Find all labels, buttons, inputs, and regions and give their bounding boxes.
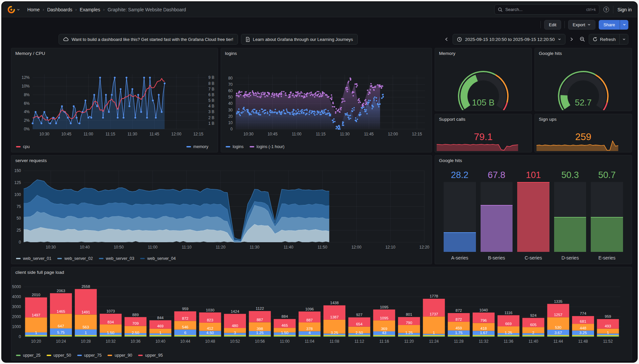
svg-text:12:15: 12:15: [193, 132, 203, 136]
legend-swatch: [16, 355, 21, 356]
svg-text:3.67: 3.67: [554, 331, 562, 335]
legend-item[interactable]: web_server_02: [57, 256, 93, 261]
panel-support-calls[interactable]: Support calls 79.1: [435, 114, 532, 152]
svg-text:2063: 2063: [57, 289, 65, 293]
share-button[interactable]: Share: [599, 20, 620, 30]
legend-item[interactable]: web_server_01: [16, 256, 51, 261]
legend-label: memory: [193, 144, 208, 149]
svg-text:10:56: 10:56: [255, 339, 265, 344]
svg-text:4%: 4%: [24, 109, 30, 114]
svg-text:2: 2: [532, 331, 534, 335]
panel-memory-cpu[interactable]: Memory / CPU 0%2%4%6%8%10%12%1 B2 B3 B4 …: [11, 48, 218, 152]
legend-item[interactable]: memory: [186, 144, 208, 149]
time-range-picker[interactable]: 2025-09-15 10:20:50 to 2025-09-15 12:20:…: [453, 34, 565, 45]
panel-title[interactable]: client side full page load: [15, 270, 64, 275]
bar-gauge: 28.2A-series67.8B-series101C-series50.3D…: [444, 170, 623, 261]
panel-title[interactable]: server requests: [15, 158, 47, 163]
svg-text:80: 80: [228, 76, 233, 81]
panel-title[interactable]: Memory / CPU: [15, 51, 45, 56]
legend-item[interactable]: web_server_04: [140, 256, 175, 261]
export-button[interactable]: Export: [568, 20, 596, 30]
bar-gauge-column[interactable]: 67.8B-series: [481, 170, 513, 261]
time-shift-forward-button[interactable]: [567, 34, 576, 44]
chevron-down-icon[interactable]: [17, 8, 20, 11]
grafana-cloud-banner[interactable]: Want to build a dashboard like this? Get…: [59, 34, 238, 45]
legend-item[interactable]: upper_90: [107, 353, 132, 358]
legend-item[interactable]: logins (-1 hour): [250, 144, 285, 149]
server-requests-chart[interactable]: 025507510012515010:3010:4010:5011:0011:1…: [11, 167, 432, 253]
share-dropdown-button[interactable]: [620, 20, 628, 30]
svg-text:1: 1: [35, 331, 37, 335]
svg-text:1257: 1257: [554, 313, 562, 317]
time-shift-back-button[interactable]: [442, 34, 451, 44]
svg-text:10:45: 10:45: [268, 132, 278, 136]
svg-text:12:00: 12:00: [388, 132, 398, 136]
help-icon[interactable]: ?: [603, 7, 609, 12]
grafana-logo[interactable]: [7, 6, 15, 14]
panel-title[interactable]: Google hits: [439, 158, 462, 163]
svg-text:1438: 1438: [330, 301, 339, 305]
client-load-chart[interactable]: 01000200030004000500011497201010:205.756…: [11, 276, 632, 352]
edit-button[interactable]: Edit: [544, 20, 561, 30]
bar-gauge-column[interactable]: 50.7E-series: [591, 170, 623, 261]
svg-text:418: 418: [481, 326, 487, 330]
svg-text:1.50: 1.50: [281, 331, 288, 335]
learning-journeys-banner[interactable]: Learn about Grafana through our Learning…: [241, 34, 358, 45]
bar-gauge-column[interactable]: 28.2A-series: [444, 170, 476, 261]
bar-gauge-column[interactable]: 50.3D-series: [554, 170, 586, 261]
panel-memory-gauge[interactable]: Memory 105 B: [435, 48, 532, 111]
svg-text:150: 150: [14, 168, 21, 173]
breadcrumb-examples[interactable]: Examples: [80, 7, 100, 12]
legend-item[interactable]: logins: [226, 144, 244, 149]
legend-label: logins (-1 hour): [257, 144, 285, 149]
bar-gauge-column[interactable]: 101C-series: [517, 170, 549, 261]
panel-title[interactable]: logins: [225, 51, 237, 56]
svg-text:1: 1: [433, 331, 435, 335]
panel-logins[interactable]: logins 0102030405060708010:3010:4511:001…: [221, 48, 432, 152]
refresh-button[interactable]: Refresh: [589, 34, 619, 44]
legend-item[interactable]: upper_25: [16, 353, 41, 358]
legend: upper_25upper_50upper_75upper_90upper_95: [16, 353, 627, 358]
legend: loginslogins (-1 hour): [226, 144, 427, 149]
svg-text:872: 872: [182, 316, 188, 320]
svg-text:11:52: 11:52: [603, 339, 613, 344]
panel-sign-ups[interactable]: Sign ups 259: [534, 114, 632, 152]
svg-text:2558: 2558: [82, 284, 90, 288]
svg-text:10:28: 10:28: [81, 339, 91, 344]
svg-text:10:36: 10:36: [130, 339, 140, 344]
legend-swatch: [16, 258, 21, 259]
legend-item[interactable]: upper_75: [77, 353, 102, 358]
clock-icon: [457, 37, 462, 42]
svg-text:546: 546: [182, 325, 188, 329]
bar-gauge-fill: [517, 182, 549, 252]
svg-text:1424: 1424: [231, 309, 239, 313]
legend-item[interactable]: cpu: [16, 144, 30, 149]
panel-title[interactable]: Sign ups: [539, 117, 556, 122]
panel-server-requests[interactable]: server requests 025507510012515010:3010:…: [11, 155, 432, 264]
breadcrumb-current: Graphite: Sample Website Dashboard: [107, 7, 186, 12]
panel-title[interactable]: Memory: [439, 51, 455, 56]
panel-title[interactable]: Support calls: [439, 117, 465, 122]
legend-item[interactable]: upper_95: [138, 353, 163, 358]
legend-item[interactable]: upper_50: [47, 353, 71, 358]
refresh-interval-button[interactable]: [619, 34, 628, 44]
legend-item[interactable]: web_server_03: [99, 256, 134, 261]
svg-text:6 B: 6 B: [208, 92, 214, 97]
breadcrumb-home[interactable]: Home: [27, 7, 40, 12]
search-input[interactable]: Search... ctrl+k: [494, 4, 599, 15]
legend-swatch: [140, 258, 145, 259]
panel-google-hits-bars[interactable]: Google hits 28.2A-series67.8B-series101C…: [435, 155, 632, 264]
breadcrumb-dashboards[interactable]: Dashboards: [47, 7, 73, 12]
svg-text:12:15: 12:15: [412, 132, 422, 136]
memory-cpu-chart[interactable]: 0%2%4%6%8%10%12%1 B2 B3 B4 B5 B6 B7 B8 B…: [11, 60, 218, 149]
svg-text:2.50: 2.50: [132, 331, 139, 335]
chevron-down-icon: [558, 38, 561, 41]
sign-in-button[interactable]: Sign in: [617, 7, 632, 12]
svg-text:7 B: 7 B: [208, 87, 214, 91]
logins-chart[interactable]: 0102030405060708010:3010:4511:0011:1511:…: [221, 60, 432, 149]
zoom-out-button[interactable]: [578, 34, 587, 44]
panel-title[interactable]: Google hits: [539, 51, 562, 56]
panel-client-load[interactable]: client side full page load 0100020003000…: [11, 267, 632, 361]
svg-text:11:12: 11:12: [354, 339, 364, 344]
panel-google-hits-gauge[interactable]: Google hits 52.7: [534, 48, 632, 111]
